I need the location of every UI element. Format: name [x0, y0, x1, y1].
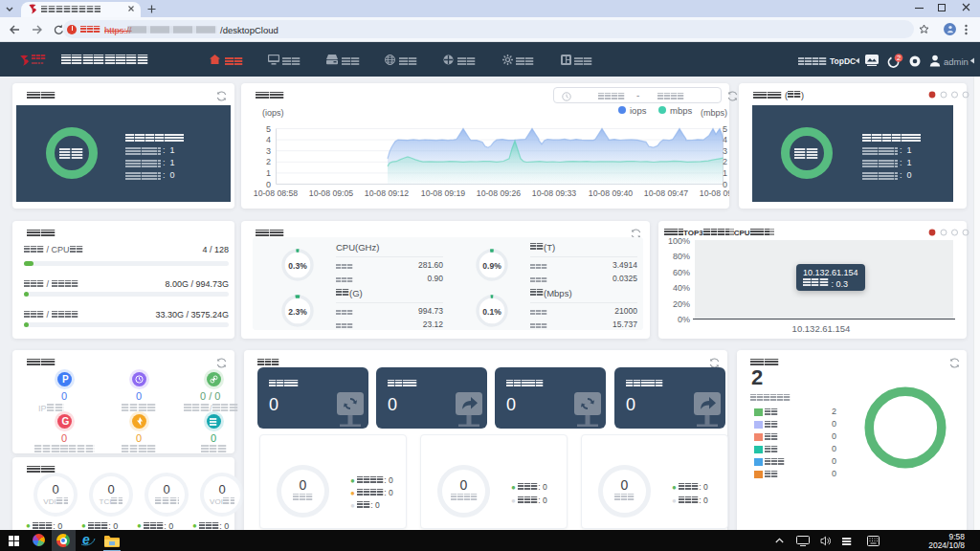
svg-text:iops: iops	[630, 105, 647, 116]
svg-text:10-08 09:33: 10-08 09:33	[532, 188, 577, 198]
svg-text:4: 4	[266, 135, 271, 144]
svg-text:(iops): (iops)	[262, 108, 284, 118]
svg-text:2.3%: 2.3%	[288, 307, 307, 317]
svg-text:3: 3	[266, 146, 271, 156]
svg-text:0.3%: 0.3%	[288, 261, 307, 271]
svg-text:10-08 09:47: 10-08 09:47	[644, 188, 689, 198]
svg-text:1: 1	[266, 168, 271, 178]
svg-text:10-08 09:12: 10-08 09:12	[365, 188, 410, 198]
svg-text:10.132.61.154: 10.132.61.154	[792, 323, 851, 334]
svg-text:10-08 09:19: 10-08 09:19	[421, 188, 466, 198]
svg-text:80%: 80%	[673, 252, 690, 261]
svg-text:10-08 08:58: 10-08 08:58	[254, 188, 299, 198]
svg-text:0.9%: 0.9%	[482, 261, 501, 271]
svg-text:1: 1	[723, 168, 727, 178]
svg-text:10-08 09:54: 10-08 09:54	[700, 188, 729, 198]
svg-text:60%: 60%	[673, 268, 690, 277]
svg-text:10-08 09:26: 10-08 09:26	[477, 188, 522, 198]
svg-text:5: 5	[266, 124, 271, 134]
svg-text:10-08 09:05: 10-08 09:05	[309, 188, 354, 198]
svg-text:40%: 40%	[673, 283, 690, 293]
svg-text:(mbps): (mbps)	[701, 108, 727, 118]
svg-text:4: 4	[723, 135, 727, 144]
svg-text:100%: 100%	[668, 236, 690, 246]
svg-text:0.1%: 0.1%	[482, 307, 501, 317]
svg-text:3: 3	[723, 146, 727, 156]
svg-text:0: 0	[266, 180, 271, 189]
svg-text:2: 2	[266, 157, 271, 166]
svg-text:2: 2	[897, 54, 901, 62]
svg-text:0%: 0%	[678, 315, 690, 324]
svg-text:mbps: mbps	[670, 105, 692, 116]
svg-text:0: 0	[723, 180, 727, 189]
svg-text:20%: 20%	[673, 299, 690, 309]
svg-text:10-08 09:40: 10-08 09:40	[589, 188, 634, 198]
svg-text:5: 5	[723, 124, 727, 134]
svg-text:2: 2	[723, 157, 727, 166]
